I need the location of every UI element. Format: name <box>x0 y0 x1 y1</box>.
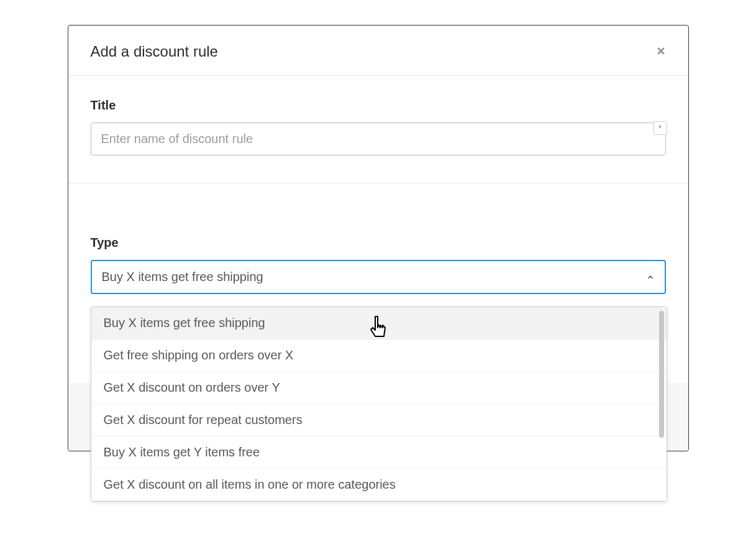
required-marker: * <box>654 121 667 135</box>
type-dropdown: Buy X items get free shipping Get free s… <box>91 307 667 502</box>
dropdown-option-1[interactable]: Get free shipping on orders over X <box>91 339 667 372</box>
dropdown-option-2[interactable]: Get X discount on orders over Y <box>91 372 667 404</box>
type-selected-value: Buy X items get free shipping <box>102 270 263 284</box>
dropdown-option-4[interactable]: Buy X items get Y items free <box>91 436 667 469</box>
chevron-up-icon <box>646 273 655 282</box>
type-section: Type Buy X items get free shipping Buy X… <box>68 183 688 381</box>
title-input[interactable] <box>91 122 666 155</box>
close-icon[interactable] <box>656 45 666 58</box>
type-label: Type <box>91 236 666 250</box>
discount-rule-modal: Add a discount rule Title * Type Buy X i… <box>68 25 689 451</box>
dropdown-option-5[interactable]: Get X discount on all items in one or mo… <box>91 469 667 501</box>
modal-header: Add a discount rule <box>68 25 688 76</box>
dropdown-option-3[interactable]: Get X discount for repeat customers <box>91 404 667 436</box>
type-select[interactable]: Buy X items get free shipping <box>91 260 666 294</box>
modal-title: Add a discount rule <box>91 43 218 60</box>
title-input-wrapper: * <box>91 122 666 155</box>
dropdown-scrollbar[interactable] <box>659 311 664 438</box>
title-section: Title * <box>68 76 688 183</box>
dropdown-option-0[interactable]: Buy X items get free shipping <box>91 307 667 339</box>
title-label: Title <box>91 98 666 113</box>
